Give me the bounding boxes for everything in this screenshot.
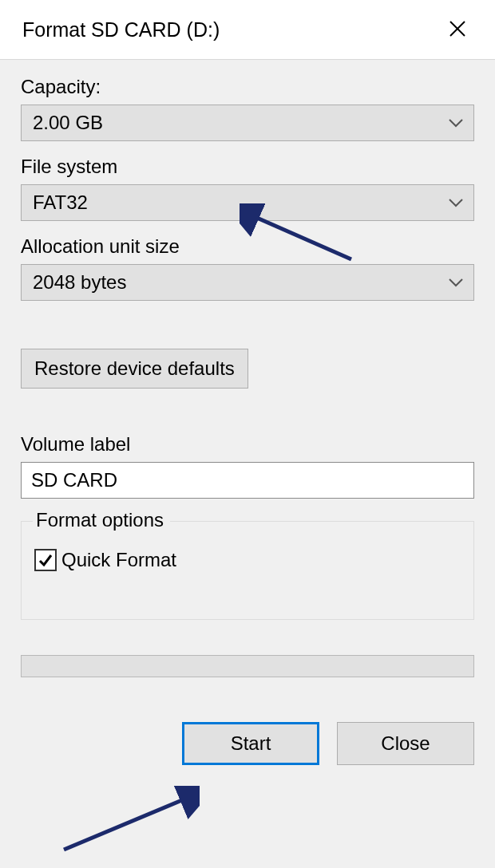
allocation-dropdown[interactable]: 2048 bytes <box>21 264 474 301</box>
start-button[interactable]: Start <box>182 722 319 765</box>
chevron-down-icon <box>448 118 464 128</box>
close-icon[interactable] <box>442 14 473 45</box>
capacity-dropdown[interactable]: 2.00 GB <box>21 105 474 141</box>
titlebar: Format SD CARD (D:) <box>0 0 495 59</box>
volume-label-input[interactable] <box>21 462 474 499</box>
filesystem-value: FAT32 <box>33 191 88 214</box>
filesystem-dropdown[interactable]: FAT32 <box>21 184 474 221</box>
chevron-down-icon <box>448 198 464 207</box>
window-title: Format SD CARD (D:) <box>22 18 220 41</box>
progress-bar <box>21 655 474 677</box>
dialog-content: Capacity: 2.00 GB File system FAT32 Allo… <box>0 59 495 868</box>
quick-format-checkbox[interactable] <box>34 549 57 571</box>
dialog-button-row: Start Close <box>21 722 474 765</box>
capacity-label: Capacity: <box>21 76 474 98</box>
volume-label-label: Volume label <box>21 433 474 456</box>
filesystem-label: File system <box>21 156 474 178</box>
quick-format-label: Quick Format <box>61 549 176 571</box>
chevron-down-icon <box>448 278 464 287</box>
close-button[interactable]: Close <box>337 722 474 765</box>
allocation-label: Allocation unit size <box>21 235 474 258</box>
restore-defaults-button[interactable]: Restore device defaults <box>21 349 248 389</box>
allocation-value: 2048 bytes <box>33 271 126 294</box>
capacity-value: 2.00 GB <box>33 112 103 134</box>
format-options-legend: Format options <box>33 509 170 531</box>
format-options-group: Format options Quick Format <box>21 521 474 620</box>
